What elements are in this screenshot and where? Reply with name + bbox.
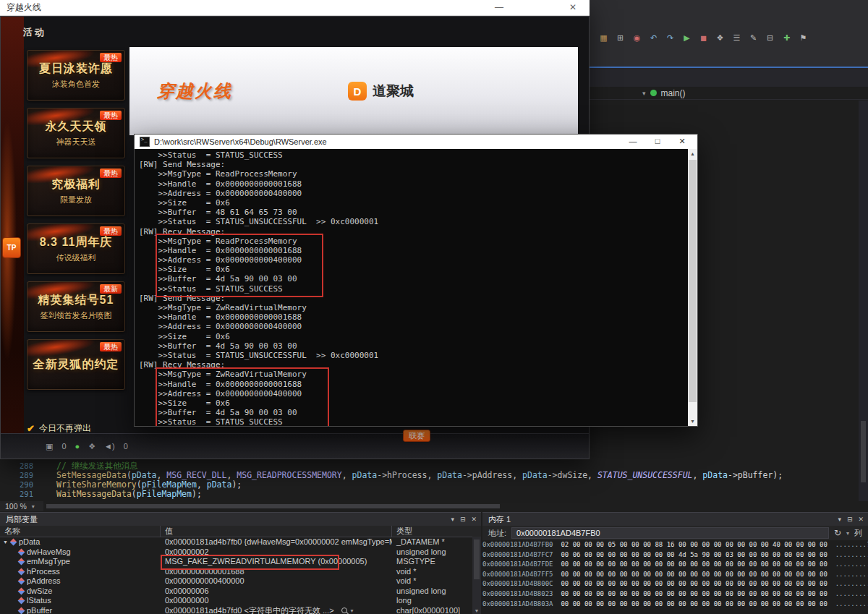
memory-row[interactable]: 0x00000181AD4B7FC7 00 06 00 00 00 00 00 … <box>482 550 868 560</box>
menu-icon[interactable]: ☰ <box>731 33 742 43</box>
variable-row[interactable]: dwHaveMsg0x00000002unsigned long <box>0 547 481 558</box>
breakpoints-icon[interactable]: ◉ <box>631 33 642 43</box>
console-output[interactable]: >>Status = STATUS_SUCCESS[RW] Send Messa… <box>135 149 697 426</box>
variable-row[interactable]: pBuffer0x00000181ad4b7fd0 <字符串中的字符无效 ...… <box>0 606 481 614</box>
zoom-selector[interactable]: 100 % ▾ <box>0 501 47 511</box>
scrollbar-thumb[interactable] <box>689 160 697 402</box>
new-window-icon[interactable]: ⊞ <box>615 33 626 43</box>
editor-horizontal-scrollbar[interactable] <box>43 501 868 511</box>
variable-row[interactable]: pAddress0x0000000000400000void * <box>0 576 481 587</box>
counter-badge-2[interactable]: 0 <box>124 442 128 451</box>
magnifier-icon[interactable] <box>341 607 347 613</box>
continue-icon[interactable]: ▶ <box>681 33 692 43</box>
panel-menu-icon[interactable]: ▾ <box>451 513 454 526</box>
variable-row[interactable]: emMsgTypeMSG_FAKE_ZWREADVIRTUALMEMORY (0… <box>0 557 481 567</box>
counter-badge[interactable]: 0 <box>61 442 66 451</box>
promo-card[interactable]: 最热8.3 11周年庆传说级福利 <box>27 223 125 274</box>
panel-menu-icon[interactable]: ▾ <box>838 513 841 526</box>
check-icon: ✔ <box>27 423 35 434</box>
scrollbar-thumb[interactable] <box>474 540 480 579</box>
memory-row[interactable]: 0x00000181AD4B800C 00 00 00 00 00 00 00 … <box>482 579 868 589</box>
variable-row[interactable]: dwSize0x00000006unsigned long <box>0 587 481 597</box>
promo-card[interactable]: 最热夏日泳装许愿泳装角色首发 <box>27 50 125 101</box>
undo-icon[interactable]: ↶ <box>648 33 659 43</box>
panel-close-icon[interactable]: ✕ <box>471 513 477 526</box>
chevron-down-icon[interactable]: ▾ <box>846 530 849 537</box>
flag-icon[interactable]: ⚑ <box>798 33 809 43</box>
hot-badge: 最热 <box>100 111 122 120</box>
promo-card[interactable]: 最热永久天天领神器天天送 <box>27 108 125 158</box>
code-token: ); <box>773 471 783 480</box>
promo-card[interactable]: 最热究极福利限量发放 <box>27 166 125 216</box>
collapse-icon[interactable]: ⊟ <box>765 33 775 43</box>
layout-icon[interactable]: ❖ <box>715 33 726 43</box>
column-header-value[interactable]: 值 <box>161 526 392 537</box>
variable-row[interactable]: ▼pData0x00000181ad4b7fb0 {dwHaveMsg=0x00… <box>0 537 481 547</box>
variable-row[interactable]: hProcess0x0000000000001688void * <box>0 567 481 577</box>
maximize-button[interactable]: □ <box>645 135 670 149</box>
scroll-down-icon[interactable]: ▼ <box>472 608 481 613</box>
scroll-up-icon[interactable]: ▲ <box>688 149 697 158</box>
scroll-down-icon[interactable]: ▼ <box>688 417 697 426</box>
code-token: pFileMapMem <box>137 490 192 499</box>
minimize-button[interactable]: — <box>621 135 645 149</box>
console-scrollbar[interactable]: ▲ ▼ <box>688 149 697 426</box>
promo-card[interactable]: 最新精英集结号51签到领首发名片喷图 <box>27 281 125 332</box>
code-line[interactable]: 291WaitMessageData(pFileMapMem); <box>0 490 858 499</box>
close-button[interactable]: ✕ <box>561 0 585 16</box>
variable-row[interactable]: lStatus0x00000000long <box>0 596 481 606</box>
locals-panel-header[interactable]: 局部变量 ▾ ⊟ ✕ <box>0 513 481 526</box>
close-button[interactable]: ✕ <box>670 135 694 149</box>
column-header-name[interactable]: 名称 <box>0 526 161 537</box>
memory-row[interactable]: 0x00000181AD4B7FB0 02 00 00 00 05 00 00 … <box>482 540 868 550</box>
code-line[interactable]: 289SetMessageData(pData, MSG_RECV_DLL, M… <box>0 471 858 480</box>
code-token: ( <box>127 471 132 480</box>
memory-row[interactable]: 0x00000181AD4B7FF5 00 00 00 00 00 00 00 … <box>482 570 868 580</box>
column-header-type[interactable]: 类型 <box>392 526 481 537</box>
address-input[interactable]: 0x00000181AD4B7FB0 <box>511 527 829 539</box>
game-titlebar[interactable]: 穿越火线 — ✕ <box>0 0 590 16</box>
memory-ascii: ..........MZ?.......... <box>827 551 868 558</box>
speaker-icon[interactable]: ◄) <box>104 442 115 451</box>
memory-row[interactable]: 0x00000181AD4B803A 00 00 00 00 00 00 00 … <box>482 600 868 610</box>
promo-card[interactable]: 最热全新灵狐的约定 <box>27 339 125 390</box>
variable-name: hProcess <box>27 567 60 577</box>
code-text: WriteShareMemory(pFileMapMem, pData); <box>43 480 242 490</box>
minimize-button[interactable]: — <box>487 0 511 16</box>
panel-close-icon[interactable]: ✕ <box>858 513 864 526</box>
chevron-down-icon[interactable]: ▾ <box>642 90 646 97</box>
variable-value: 0x00000181ad4b7fb0 {dwHaveMsg=0x00000002… <box>165 537 392 547</box>
memory-row[interactable]: 0x00000181AD4B8023 00 00 00 00 00 00 00 … <box>482 589 868 600</box>
refresh-icon[interactable]: ↻ <box>834 528 841 538</box>
console-line: [RW] Recv Message: <box>139 360 378 370</box>
chevron-down-icon[interactable]: ▾ <box>351 606 354 614</box>
code-line[interactable]: 288// 继续发送其他消息 <box>0 461 858 471</box>
console-app-icon <box>140 137 150 147</box>
memory-panel-header[interactable]: 内存 1 ▾ ⊟ ✕ <box>482 513 868 526</box>
add-icon[interactable]: ✚ <box>781 33 792 43</box>
tab-activities[interactable]: 活动 <box>23 26 46 39</box>
memory-bytes: 00 00 00 00 00 00 00 00 00 00 00 00 00 0… <box>553 560 827 568</box>
console-title: D:\work\src\RWServer\x64\Debug\RWServer.… <box>154 137 327 146</box>
editor-vertical-scrollbar[interactable] <box>859 101 868 501</box>
hot-badge: 最热 <box>100 226 122 236</box>
status-dot-icon[interactable]: ● <box>75 442 80 451</box>
redo-icon[interactable]: ↷ <box>665 33 676 43</box>
hot-badge: 最热 <box>100 169 122 178</box>
panel-pin-icon[interactable]: ⊟ <box>847 513 853 526</box>
activity-action-button[interactable]: 联赛 <box>403 430 430 442</box>
announce-icon[interactable]: ❖ <box>88 442 95 451</box>
edit-icon[interactable]: ✎ <box>748 33 759 43</box>
diagnostics-icon[interactable]: ▦ <box>598 33 609 43</box>
code-line[interactable]: 290WriteShareMemory(pFileMapMem, pData); <box>0 480 858 490</box>
panel-pin-icon[interactable]: ⊟ <box>460 513 466 526</box>
memory-row[interactable]: 0x00000181AD4B7FDE 00 00 00 00 00 00 00 … <box>482 560 868 570</box>
grid-icon[interactable]: ▣ <box>46 442 53 451</box>
console-titlebar[interactable]: D:\work\src\RWServer\x64\Debug\RWServer.… <box>135 135 697 149</box>
locals-vertical-scrollbar[interactable]: ▼ <box>472 537 481 614</box>
current-function-dropdown[interactable]: main() <box>661 88 686 98</box>
expander-icon[interactable]: ▼ <box>3 537 8 547</box>
columns-label[interactable]: 列 <box>854 528 862 539</box>
stop-icon[interactable]: ◼ <box>698 33 709 43</box>
activity-banner[interactable]: 穿越火线 D 道聚城 <box>129 47 578 135</box>
